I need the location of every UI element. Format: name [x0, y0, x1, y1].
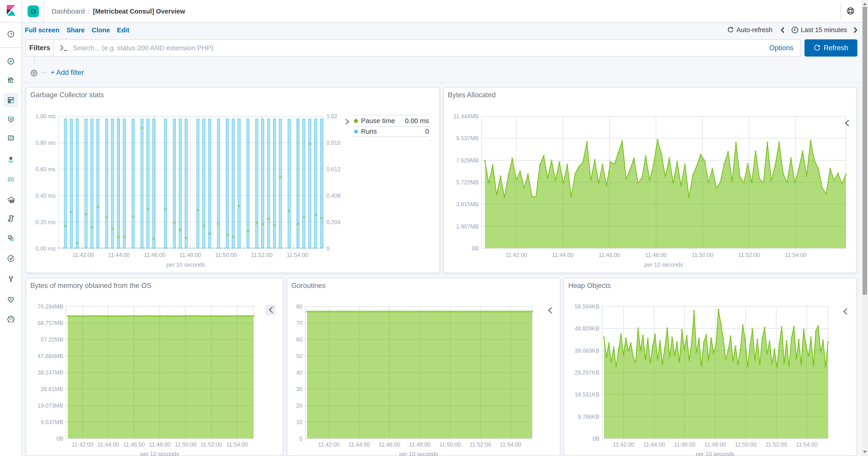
svg-text:11:46:00: 11:46:00 [144, 252, 165, 258]
svg-text:per 10 seconds: per 10 seconds [399, 451, 438, 456]
svg-text:66.757MB: 66.757MB [37, 320, 63, 326]
svg-text:0B: 0B [592, 435, 599, 442]
svg-text:per 10 seconds: per 10 seconds [645, 261, 683, 268]
svg-text:11:46:00: 11:46:00 [598, 252, 620, 258]
svg-text:60: 60 [296, 336, 303, 343]
svg-text:0B: 0B [56, 435, 63, 442]
svg-text:11:44:00: 11:44:00 [97, 441, 119, 448]
svg-text:11:54:00: 11:54:00 [226, 441, 248, 448]
svg-text:11:44:00: 11:44:00 [643, 441, 665, 448]
svg-text:1.907MB: 1.907MB [456, 223, 479, 230]
svg-text:80: 80 [296, 303, 303, 310]
svg-text:3.815MB: 3.815MB [456, 201, 479, 207]
svg-text:11:50:00: 11:50:00 [439, 441, 461, 448]
svg-text:11:54:00: 11:54:00 [785, 252, 806, 258]
svg-text:11:42:00: 11:42:00 [72, 252, 94, 258]
svg-text:11:46:00: 11:46:00 [674, 441, 695, 448]
svg-text:9.537MB: 9.537MB [41, 419, 63, 425]
svg-text:1.00 ms: 1.00 ms [35, 113, 56, 119]
svg-text:11:48:00: 11:48:00 [645, 252, 666, 258]
svg-text:11:46:00: 11:46:00 [379, 441, 400, 448]
svg-text:11:52:00: 11:52:00 [765, 441, 787, 448]
svg-text:11:46:00: 11:46:00 [123, 441, 145, 448]
svg-text:7.629MB: 7.629MB [456, 157, 479, 164]
svg-text:0.816: 0.816 [327, 140, 341, 146]
svg-text:11:52:00: 11:52:00 [251, 252, 272, 258]
svg-text:10: 10 [296, 419, 303, 425]
svg-text:0.40 ms: 0.40 ms [35, 193, 56, 199]
svg-text:38.147MB: 38.147MB [37, 369, 63, 376]
svg-text:11:44:00: 11:44:00 [108, 252, 129, 258]
svg-text:0B: 0B [472, 245, 479, 252]
svg-text:0.00 ms: 0.00 ms [35, 246, 56, 252]
svg-text:11:54:00: 11:54:00 [287, 252, 308, 258]
svg-text:11:48:00: 11:48:00 [149, 441, 170, 448]
svg-text:11:42:00: 11:42:00 [613, 441, 634, 448]
svg-text:29.297KB: 29.297KB [575, 369, 599, 376]
svg-text:58.594KB: 58.594KB [575, 303, 599, 310]
svg-text:0.204: 0.204 [327, 219, 341, 225]
svg-text:11:42:00: 11:42:00 [318, 441, 340, 448]
svg-text:5.722MB: 5.722MB [456, 179, 479, 186]
svg-text:11:50:00: 11:50:00 [735, 441, 756, 448]
svg-text:48.828KB: 48.828KB [575, 325, 599, 332]
svg-text:11:42:00: 11:42:00 [72, 441, 93, 448]
svg-text:11:42:00: 11:42:00 [505, 252, 527, 258]
svg-text:11:50:00: 11:50:00 [175, 441, 196, 448]
svg-text:40: 40 [296, 369, 303, 376]
svg-text:0.20 ms: 0.20 ms [35, 219, 56, 225]
svg-text:11:54:00: 11:54:00 [796, 441, 817, 448]
svg-text:0.408: 0.408 [327, 193, 341, 199]
svg-text:11:52:00: 11:52:00 [469, 441, 491, 448]
svg-text:11:54:00: 11:54:00 [500, 441, 521, 448]
svg-text:per 10 seconds: per 10 seconds [166, 261, 205, 268]
svg-text:19.531KB: 19.531KB [575, 391, 599, 398]
svg-text:11:48:00: 11:48:00 [409, 441, 430, 448]
svg-text:11:50:00: 11:50:00 [215, 252, 237, 258]
svg-text:11:50:00: 11:50:00 [692, 252, 713, 258]
svg-text:11:44:00: 11:44:00 [552, 252, 574, 258]
svg-text:per 10 seconds: per 10 seconds [696, 451, 735, 456]
svg-text:57.22MB: 57.22MB [41, 336, 63, 343]
svg-text:per 10 seconds: per 10 seconds [141, 451, 179, 456]
svg-text:11:44:00: 11:44:00 [348, 441, 370, 448]
svg-text:70: 70 [296, 320, 303, 326]
svg-text:28.61MB: 28.61MB [41, 386, 63, 392]
svg-text:0.60 ms: 0.60 ms [35, 166, 56, 172]
svg-text:76.294MB: 76.294MB [37, 303, 63, 310]
svg-text:11:48:00: 11:48:00 [180, 252, 201, 258]
svg-text:0: 0 [327, 246, 330, 252]
svg-text:9.537MB: 9.537MB [456, 135, 479, 141]
svg-text:20: 20 [296, 402, 303, 409]
svg-text:11:52:00: 11:52:00 [200, 441, 222, 448]
svg-text:19.073MB: 19.073MB [37, 402, 63, 409]
svg-text:0.612: 0.612 [327, 166, 341, 172]
svg-text:11:52:00: 11:52:00 [738, 252, 760, 258]
svg-text:30: 30 [296, 386, 303, 392]
svg-text:50: 50 [296, 353, 303, 359]
svg-text:39.063KB: 39.063KB [575, 347, 599, 354]
svg-text:11.444MB: 11.444MB [454, 113, 479, 119]
svg-text:47.684MB: 47.684MB [37, 353, 63, 359]
svg-text:1.02: 1.02 [327, 113, 338, 119]
svg-text:11:48:00: 11:48:00 [704, 441, 726, 448]
svg-text:0: 0 [299, 435, 303, 442]
svg-text:9.766KB: 9.766KB [578, 414, 599, 420]
svg-text:0.80 ms: 0.80 ms [35, 140, 56, 146]
